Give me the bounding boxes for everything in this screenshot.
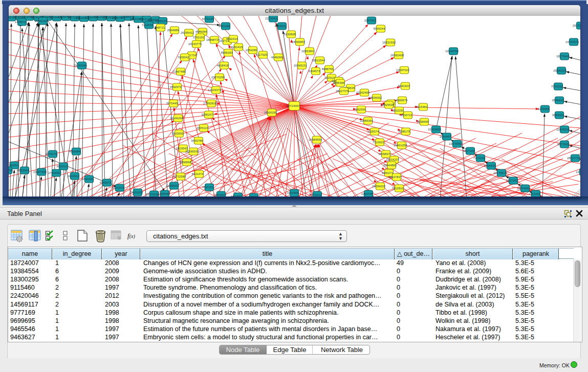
svg-text:24107837: 24107837 xyxy=(388,176,402,179)
svg-text:9699695: 9699695 xyxy=(417,120,429,123)
svg-text:6304573: 6304573 xyxy=(309,70,320,73)
svg-text:18275445: 18275445 xyxy=(556,55,570,58)
svg-text:19384554: 19384554 xyxy=(309,138,322,141)
svg-text:5641923: 5641923 xyxy=(398,84,410,87)
svg-text:27705794: 27705794 xyxy=(9,169,13,172)
svg-text:1120642: 1120642 xyxy=(68,174,79,178)
svg-text:4553384: 4553384 xyxy=(17,169,29,172)
svg-text:4841005: 4841005 xyxy=(82,178,94,181)
svg-text:2161193: 2161193 xyxy=(529,192,540,195)
svg-text:21888253: 21888253 xyxy=(166,184,179,187)
svg-text:7003042: 7003042 xyxy=(178,56,189,59)
svg-text:3500715: 3500715 xyxy=(401,114,412,117)
svg-text:3154051: 3154051 xyxy=(9,164,18,167)
svg-text:1054447: 1054447 xyxy=(440,135,451,138)
svg-text:16382351: 16382351 xyxy=(246,195,259,196)
svg-text:7812810: 7812810 xyxy=(392,187,404,190)
svg-text:3030113: 3030113 xyxy=(56,165,68,168)
svg-text:29053346: 29053346 xyxy=(74,64,87,67)
svg-text:14793975: 14793975 xyxy=(565,40,579,43)
svg-text:23387959: 23387959 xyxy=(33,170,47,173)
svg-text:6543670: 6543670 xyxy=(100,181,112,184)
svg-text:1028374: 1028374 xyxy=(367,130,379,133)
svg-text:22732411: 22732411 xyxy=(265,17,278,20)
svg-text:4194548: 4194548 xyxy=(158,192,169,195)
svg-text:7210606: 7210606 xyxy=(142,24,154,27)
svg-text:12874052: 12874052 xyxy=(517,187,530,190)
svg-text:27092818: 27092818 xyxy=(203,102,216,105)
svg-text:27366963: 27366963 xyxy=(48,171,61,174)
svg-text:8321474: 8321474 xyxy=(192,172,204,176)
svg-text:26751421: 26751421 xyxy=(573,24,580,27)
svg-text:23370299: 23370299 xyxy=(211,76,225,79)
svg-text:15306893: 15306893 xyxy=(428,128,441,131)
svg-text:1162230: 1162230 xyxy=(392,109,403,112)
svg-text:18300295: 18300295 xyxy=(264,111,277,114)
svg-text:20691406: 20691406 xyxy=(35,19,48,23)
svg-text:26392408: 26392408 xyxy=(390,54,404,57)
svg-text:9996207: 9996207 xyxy=(202,113,213,116)
svg-text:5130808: 5130808 xyxy=(284,33,296,36)
svg-text:9517169: 9517169 xyxy=(463,149,475,152)
svg-text:7073292: 7073292 xyxy=(551,85,563,88)
svg-text:10648784: 10648784 xyxy=(445,50,459,53)
svg-text:5672073: 5672073 xyxy=(113,186,124,189)
svg-text:5960271: 5960271 xyxy=(382,171,394,174)
svg-text:22805018: 22805018 xyxy=(556,128,570,131)
svg-text:29161026: 29161026 xyxy=(129,191,143,194)
svg-text:7897151: 7897151 xyxy=(202,186,214,189)
svg-text:29580115: 29580115 xyxy=(553,69,566,72)
svg-text:22179613: 22179613 xyxy=(493,171,507,174)
svg-text:2087662: 2087662 xyxy=(364,19,376,22)
svg-text:3592974: 3592974 xyxy=(170,85,182,89)
svg-text:10262499: 10262499 xyxy=(356,91,369,94)
svg-text:3351868: 3351868 xyxy=(287,191,299,194)
svg-text:3970445: 3970445 xyxy=(166,102,178,105)
svg-text:5017343: 5017343 xyxy=(506,179,518,182)
svg-text:7462506: 7462506 xyxy=(354,108,366,111)
svg-text:1848731: 1848731 xyxy=(154,26,165,29)
svg-text:16831592: 16831592 xyxy=(382,41,396,44)
svg-text:2935113: 2935113 xyxy=(197,126,208,129)
svg-text:21732589: 21732589 xyxy=(172,175,186,178)
svg-text:21867485: 21867485 xyxy=(172,70,186,73)
svg-text:16853801: 16853801 xyxy=(301,50,315,53)
svg-text:24066853: 24066853 xyxy=(292,40,305,43)
svg-text:2264748: 2264748 xyxy=(361,192,373,195)
svg-text:26295412: 26295412 xyxy=(181,31,194,34)
svg-text:12033823: 12033823 xyxy=(213,193,226,196)
svg-text:5569244: 5569244 xyxy=(374,27,385,30)
svg-text:1954280: 1954280 xyxy=(246,49,257,52)
svg-text:21599334: 21599334 xyxy=(185,150,199,153)
svg-text:5673212: 5673212 xyxy=(310,193,322,196)
svg-text:9115460: 9115460 xyxy=(416,105,427,108)
svg-text:28227370: 28227370 xyxy=(336,90,349,93)
svg-text:20066231: 20066231 xyxy=(294,64,307,67)
svg-text:7110622: 7110622 xyxy=(373,141,384,144)
svg-text:5163555: 5163555 xyxy=(172,132,184,135)
svg-text:6098175: 6098175 xyxy=(399,130,410,133)
svg-text:5855124: 5855124 xyxy=(156,19,167,23)
svg-text:13570554: 13570554 xyxy=(449,142,463,145)
svg-text:9548432: 9548432 xyxy=(552,99,564,102)
svg-text:2564689: 2564689 xyxy=(167,29,179,32)
svg-text:4946066: 4946066 xyxy=(271,56,283,59)
svg-text:12329373: 12329373 xyxy=(208,89,221,92)
svg-text:6692553: 6692553 xyxy=(231,195,243,196)
svg-text:4586084: 4586084 xyxy=(195,30,207,33)
svg-text:9877065: 9877065 xyxy=(557,143,569,146)
svg-text:18912544: 18912544 xyxy=(312,59,325,62)
svg-text:8999183: 8999183 xyxy=(221,51,233,54)
svg-text:24825539: 24825539 xyxy=(381,103,394,106)
svg-text:4684531: 4684531 xyxy=(275,25,287,28)
svg-text:28017734: 28017734 xyxy=(567,157,580,160)
svg-text:29096003: 29096003 xyxy=(372,185,385,188)
svg-text:9961380: 9961380 xyxy=(219,25,230,28)
svg-text:8688755: 8688755 xyxy=(322,68,334,71)
svg-text:4818418: 4818418 xyxy=(217,64,229,67)
svg-text:13743069: 13743069 xyxy=(576,170,580,173)
svg-text:29461059: 29461059 xyxy=(394,144,407,147)
svg-text:8896868: 8896868 xyxy=(180,161,191,164)
svg-text:6261415: 6261415 xyxy=(231,46,243,49)
svg-text:6539837: 6539837 xyxy=(379,152,390,156)
